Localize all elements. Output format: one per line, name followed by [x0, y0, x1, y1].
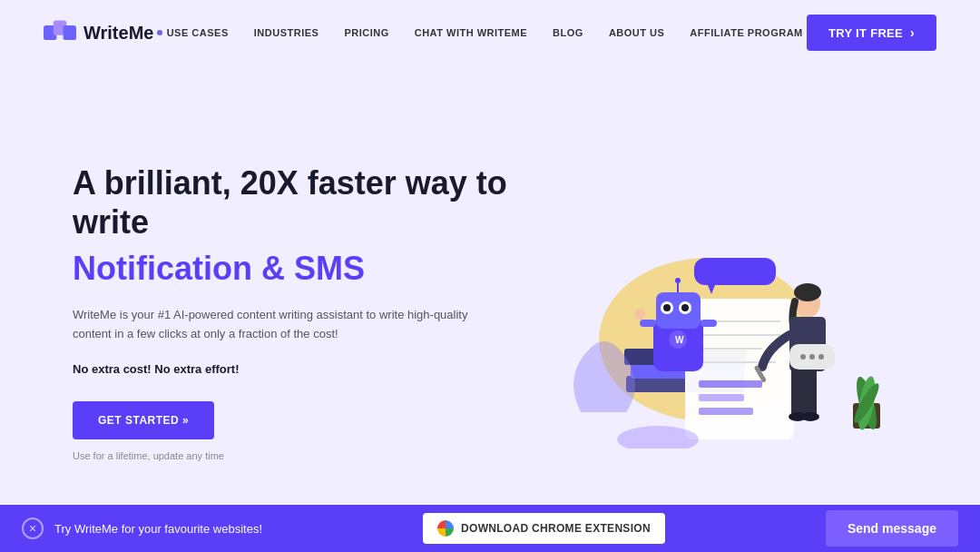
brand-name: WriteMe — [83, 23, 162, 44]
main-content: A brilliant, 20X faster way to write Not… — [0, 65, 980, 505]
bottom-bar: × Try WriteMe for your favourite website… — [0, 505, 980, 552]
svg-point-16 — [794, 283, 821, 301]
svg-point-30 — [675, 278, 681, 283]
cta-arrow-icon: › — [910, 25, 915, 40]
hero-left: A brilliant, 20X faster way to write Not… — [73, 145, 508, 461]
hero-illustration: W — [508, 158, 907, 448]
nav-links: USE CASES INDUSTRIES PRICING CHAT WITH W… — [167, 27, 803, 38]
hero-bold-text: No extra cost! No extra effort! — [73, 362, 508, 376]
hero-description: WriteMe is your #1 AI-powered content wr… — [73, 306, 490, 344]
svg-point-21 — [801, 412, 819, 421]
svg-point-28 — [681, 304, 689, 311]
svg-rect-12 — [699, 380, 762, 388]
brand-dot — [157, 30, 162, 35]
promo-text: Try WriteMe for your favourite websites! — [54, 522, 262, 536]
nav-industries[interactable]: INDUSTRIES — [254, 27, 319, 38]
svg-text:W: W — [675, 335, 684, 345]
svg-rect-18 — [791, 367, 804, 417]
chrome-icon — [437, 520, 454, 537]
nav-affiliate[interactable]: AFFILIATE PROGRAM — [690, 27, 802, 38]
nav-about[interactable]: ABOUT US — [609, 27, 664, 38]
svg-rect-7 — [685, 299, 794, 439]
nav-blog[interactable]: BLOG — [553, 27, 583, 38]
nav-chat[interactable]: CHAT WITH WRITEME — [415, 27, 527, 38]
nav-pricing[interactable]: PRICING — [344, 27, 388, 38]
illustration-svg: W — [508, 158, 907, 448]
svg-rect-36 — [694, 258, 776, 285]
svg-point-40 — [809, 354, 815, 360]
svg-rect-2 — [64, 25, 76, 40]
svg-rect-19 — [804, 367, 817, 417]
logo[interactable]: WriteMe — [44, 20, 162, 45]
svg-point-39 — [800, 354, 806, 360]
hero-subtitle: Notification & SMS — [73, 249, 508, 288]
get-started-button[interactable]: GET STARTED » — [73, 401, 214, 439]
svg-rect-33 — [640, 320, 656, 327]
svg-rect-34 — [701, 320, 717, 327]
svg-rect-13 — [699, 394, 744, 401]
hero-headline: A brilliant, 20X faster way to write — [73, 163, 508, 242]
lifetime-text: Use for a lifetime, update any time — [73, 450, 508, 461]
svg-point-27 — [663, 304, 671, 311]
send-message-button[interactable]: Send message — [826, 510, 958, 547]
nav-use-cases[interactable]: USE CASES — [167, 27, 229, 38]
bottom-left: × Try WriteMe for your favourite website… — [22, 518, 262, 539]
close-button[interactable]: × — [22, 518, 44, 539]
try-free-button[interactable]: TRY IT FREE › — [807, 15, 936, 51]
navbar: WriteMe USE CASES INDUSTRIES PRICING CHA… — [0, 0, 980, 65]
svg-rect-14 — [699, 408, 753, 415]
chrome-extension-button[interactable]: DOWNLOAD CHROME EXTENSION — [423, 513, 665, 544]
svg-point-35 — [634, 309, 645, 320]
logo-icon — [44, 20, 76, 45]
svg-point-41 — [818, 354, 824, 360]
